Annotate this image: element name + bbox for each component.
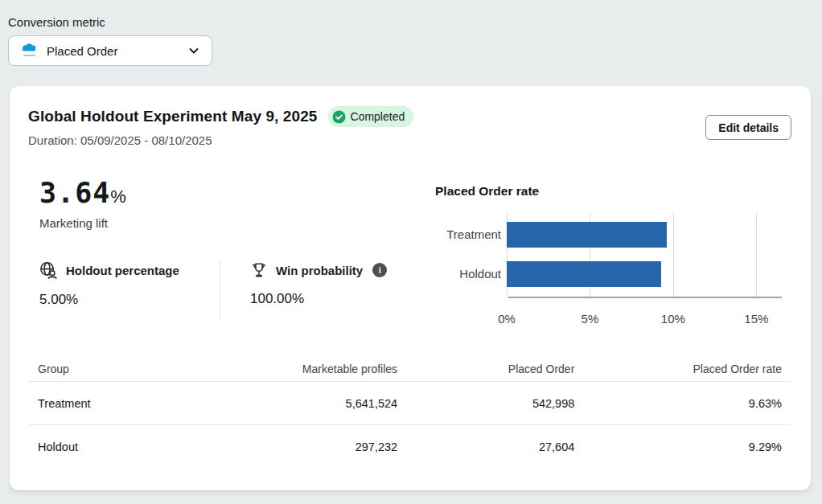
table-row: Holdout297,23227,6049.29% bbox=[28, 425, 791, 468]
edit-details-button[interactable]: Edit details bbox=[705, 115, 791, 140]
check-circle-icon bbox=[332, 110, 346, 124]
table-cell: 5,641,524 bbox=[216, 397, 397, 410]
table-header-cell: Placed Order rate bbox=[574, 363, 782, 375]
globe-user-icon bbox=[39, 261, 58, 280]
holdout-percentage-label: Holdout percentage bbox=[66, 264, 179, 277]
status-badge: Completed bbox=[328, 106, 414, 127]
results-table: GroupMarketable profilesPlaced OrderPlac… bbox=[28, 356, 791, 468]
trophy-icon bbox=[250, 261, 268, 279]
table-header-cell: Marketable profiles bbox=[216, 363, 397, 375]
win-probability-value: 100.00% bbox=[250, 291, 387, 307]
chart-bar bbox=[507, 222, 667, 248]
table-cell: 542,998 bbox=[397, 397, 574, 410]
conversion-metric-value: Placed Order bbox=[47, 44, 187, 58]
holdout-percentage-value: 5.00% bbox=[39, 292, 184, 308]
conversion-metric-label: Conversion metric bbox=[8, 15, 105, 29]
metric-logo-wordmark bbox=[23, 55, 35, 56]
x-axis-line bbox=[508, 297, 782, 298]
chart-category-label: Holdout bbox=[435, 268, 501, 281]
experiment-card: Global Holdout Experiment May 9, 2025 Co… bbox=[10, 86, 811, 490]
marketing-lift-stat: 3.64% Marketing lift bbox=[39, 177, 126, 230]
metric-logo-icon bbox=[20, 43, 38, 59]
marketing-lift-label: Marketing lift bbox=[39, 216, 126, 230]
table-header-cell: Placed Order bbox=[397, 363, 574, 375]
x-tick-label: 10% bbox=[661, 312, 685, 326]
experiment-duration: Duration: 05/09/2025 - 08/10/2025 bbox=[28, 133, 212, 147]
status-badge-label: Completed bbox=[351, 110, 405, 123]
x-tick-label: 0% bbox=[498, 312, 516, 326]
marketing-lift-unit: % bbox=[110, 186, 126, 207]
holdout-percentage-stat: Holdout percentage 5.00% bbox=[39, 261, 184, 322]
chart-bar bbox=[507, 261, 661, 287]
info-icon[interactable]: i bbox=[372, 263, 387, 277]
table-header-cell: Group bbox=[28, 363, 216, 375]
stats-divider bbox=[220, 261, 220, 322]
table-cell: 27,604 bbox=[397, 440, 574, 453]
chart-gridline bbox=[756, 213, 757, 297]
table-cell: 297,232 bbox=[216, 440, 397, 453]
chart-gridline bbox=[673, 213, 674, 297]
win-probability-label: Win probability bbox=[276, 264, 363, 277]
x-tick-label: 15% bbox=[744, 312, 768, 326]
table-header-row: GroupMarketable profilesPlaced OrderPlac… bbox=[28, 356, 791, 381]
table-cell: 9.29% bbox=[574, 440, 782, 453]
x-tick-label: 5% bbox=[582, 312, 599, 326]
chart-plot: 0%5%10%15%TreatmentHoldout bbox=[507, 213, 773, 297]
conversion-metric-dropdown[interactable]: Placed Order bbox=[8, 35, 212, 66]
chart-title: Placed Order rate bbox=[435, 184, 789, 199]
table-cell: 9.63% bbox=[574, 397, 782, 410]
marketing-lift-value: 3.64 bbox=[39, 177, 110, 209]
chart-category-label: Treatment bbox=[435, 228, 501, 241]
table-row: Treatment5,641,524542,9989.63% bbox=[28, 382, 791, 424]
experiment-title: Global Holdout Experiment May 9, 2025 bbox=[28, 108, 318, 125]
placed-order-rate-chart: Placed Order rate 0%5%10%15%TreatmentHol… bbox=[435, 184, 789, 199]
table-cell: Holdout bbox=[28, 440, 216, 453]
table-cell: Treatment bbox=[28, 397, 216, 410]
chevron-down-icon bbox=[187, 44, 200, 57]
win-probability-stat: Win probability i 100.00% bbox=[250, 261, 387, 322]
